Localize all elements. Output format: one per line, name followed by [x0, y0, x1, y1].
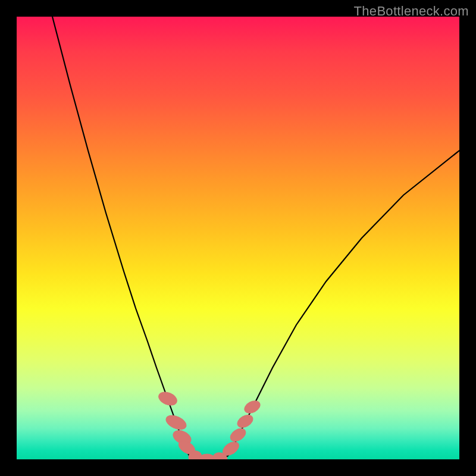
watermark-text: TheBottleneck.com — [354, 4, 469, 19]
bead — [235, 412, 255, 430]
chart-plot-area — [17, 17, 459, 459]
curve-left — [52, 17, 189, 456]
app-frame: TheBottleneck.com — [0, 0, 476, 476]
bead — [228, 426, 248, 444]
bead — [156, 390, 178, 408]
bead — [164, 413, 188, 433]
bead-group — [156, 390, 262, 459]
curve-right — [228, 151, 459, 456]
bottleneck-curve — [17, 17, 459, 459]
bead — [242, 398, 262, 415]
